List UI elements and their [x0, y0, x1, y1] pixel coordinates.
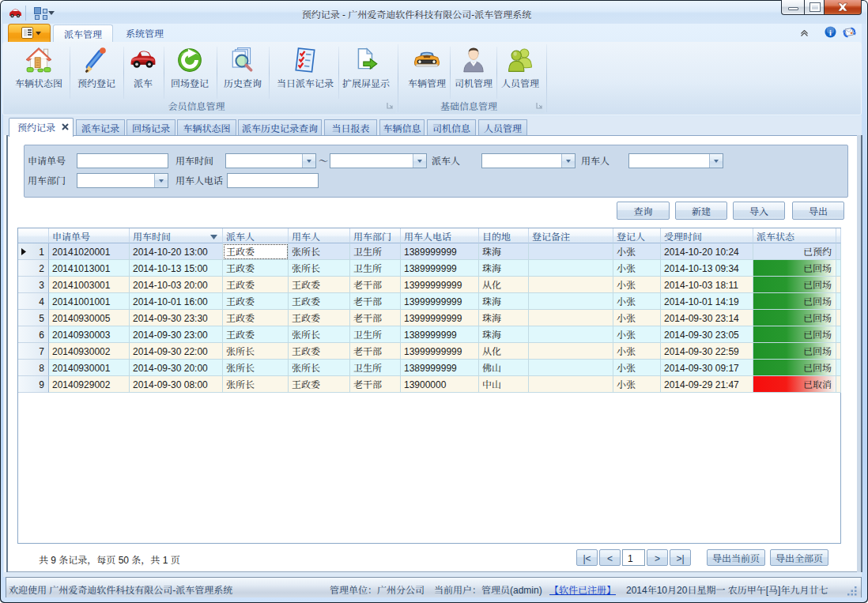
svg-text:i: i — [829, 28, 832, 37]
